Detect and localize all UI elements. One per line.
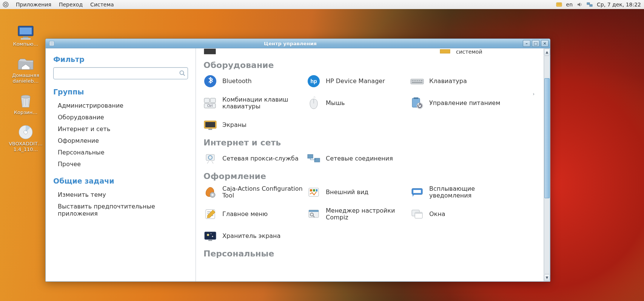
vertical-scrollbar[interactable]: ▲ ▼ xyxy=(544,48,550,281)
sidebar-item-administration[interactable]: Администрирование xyxy=(53,100,188,111)
app-screensaver[interactable]: Хранитель экрана xyxy=(203,228,305,244)
app-appearance[interactable]: Внешний вид xyxy=(307,185,408,200)
svg-rect-26 xyxy=(412,82,422,83)
desktop[interactable]: Компью… Домашняя danieleb… Корзин… VBOXA… xyxy=(0,9,644,301)
svg-rect-6 xyxy=(20,28,32,34)
window-titlebar[interactable]: Центр управления – □ ✕ xyxy=(46,39,550,48)
sidebar-item-internet[interactable]: Интернет и сеть xyxy=(53,123,188,135)
desktop-icon-computer[interactable]: Компью… xyxy=(7,24,45,47)
caja-icon xyxy=(203,185,217,199)
app-caja-actions[interactable]: Caja-Actions Configuration Tool xyxy=(203,185,305,200)
app-displays[interactable]: Экраны xyxy=(203,117,305,133)
category-grid-hardware: Bluetooth hp HP Device Manager Клавиатур… xyxy=(203,74,540,133)
close-button[interactable]: ✕ xyxy=(541,40,548,47)
distro-logo-icon[interactable] xyxy=(2,0,10,9)
network-connections-icon xyxy=(307,152,320,165)
desktop-icon-label: Компью… xyxy=(13,42,38,47)
minimize-button[interactable]: – xyxy=(523,40,530,47)
svg-rect-20 xyxy=(412,80,413,81)
power-icon xyxy=(410,96,424,110)
filter-search-field[interactable] xyxy=(53,67,188,79)
chevron-right-icon: › xyxy=(533,91,535,97)
svg-rect-14 xyxy=(204,49,216,54)
sidebar-item-other[interactable]: Прочее xyxy=(53,158,188,170)
panel-menu-places[interactable]: Переход xyxy=(55,0,86,9)
svg-rect-46 xyxy=(316,189,317,191)
app-main-menu[interactable]: Главное меню xyxy=(203,207,305,222)
scroll-down-button[interactable]: ▼ xyxy=(544,274,550,281)
category-title-network: Интернет и сеть xyxy=(203,138,540,147)
scroll-thumb[interactable] xyxy=(544,78,550,198)
svg-rect-36 xyxy=(208,129,212,130)
sidebar-task-change-theme[interactable]: Изменить тему xyxy=(53,189,188,201)
svg-rect-25 xyxy=(421,80,422,81)
svg-rect-28 xyxy=(210,98,216,103)
network-icon[interactable] xyxy=(586,1,593,8)
notification-icon xyxy=(410,185,424,199)
svg-rect-24 xyxy=(419,80,420,81)
updates-icon[interactable] xyxy=(556,1,562,8)
category-grid-network: Сетевая прокси-служба Сетевые соединения xyxy=(203,151,540,166)
scroll-up-button[interactable]: ▲ xyxy=(544,49,550,56)
svg-rect-55 xyxy=(415,212,422,214)
app-hp-device-manager[interactable]: hp HP Device Manager xyxy=(307,74,408,89)
desktop-icon-trash[interactable]: Корзин… xyxy=(7,93,45,116)
keyboard-layout-indicator[interactable]: en xyxy=(565,2,574,8)
panel-menu-applications[interactable]: Приложения xyxy=(12,0,55,9)
category-title-hardware: Оборудование xyxy=(203,60,540,70)
app-label: Сетевая прокси-служба xyxy=(222,155,299,162)
svg-point-57 xyxy=(207,234,209,236)
app-label: Главное меню xyxy=(222,211,268,218)
svg-rect-32 xyxy=(414,97,418,99)
home-folder-icon xyxy=(16,56,35,72)
control-center-window: Центр управления – □ ✕ Фильтр Группы xyxy=(45,39,550,282)
top-panel: Приложения Переход Система en Ср, 7 дек,… xyxy=(0,0,644,9)
desktop-icon-label: Домашняя danieleb… xyxy=(12,73,39,84)
hp-icon: hp xyxy=(307,74,320,88)
svg-rect-7 xyxy=(23,37,28,38)
svg-point-42 xyxy=(211,194,214,196)
app-label: Комбинации клавиш клавиатуры xyxy=(222,96,305,110)
app-notifications[interactable]: Всплывающие уведомления xyxy=(410,185,512,200)
svg-rect-3 xyxy=(587,3,590,5)
app-label: Всплывающие уведомления xyxy=(429,185,512,199)
app-network-proxy[interactable]: Сетевая прокси-служба xyxy=(203,151,305,166)
scroll-track[interactable] xyxy=(544,56,550,274)
app-label: HP Device Manager xyxy=(326,78,385,85)
sidebar-tasks-heading: Общие задачи xyxy=(53,177,188,185)
screensaver-icon xyxy=(203,229,217,243)
sidebar-item-appearance[interactable]: Оформление xyxy=(53,135,188,147)
app-label: Экраны xyxy=(222,122,247,128)
app-bluetooth[interactable]: Bluetooth xyxy=(203,74,305,89)
app-label: Управление питанием xyxy=(429,100,500,107)
svg-rect-56 xyxy=(205,232,216,239)
search-icon xyxy=(177,70,188,77)
category-title-personal: Персональные xyxy=(203,249,540,258)
desktop-icon-home[interactable]: Домашняя danieleb… xyxy=(7,56,45,84)
app-mouse[interactable]: Мышь xyxy=(307,96,408,111)
app-keyboard[interactable]: Клавиатура xyxy=(410,74,512,89)
desktop-icon-label: VBOXADDIT… 1.4_110… xyxy=(9,141,43,153)
sidebar-item-personal[interactable]: Персональные xyxy=(53,147,188,158)
app-keyboard-shortcuts[interactable]: Ctrl Комбинации клавиш клавиатуры xyxy=(203,96,305,111)
app-compiz[interactable]: Менеджер настройки Compiz xyxy=(307,207,408,222)
category-grid-appearance: Caja-Actions Configuration Tool Внешний … xyxy=(203,185,540,244)
app-network-connections[interactable]: Сетевые соединения xyxy=(307,151,408,166)
clock[interactable]: Ср, 7 дек, 18:22 xyxy=(596,2,642,8)
computer-icon xyxy=(16,24,35,41)
svg-rect-35 xyxy=(205,122,215,127)
desktop-icon-disc[interactable]: VBOXADDIT… 1.4_110… xyxy=(7,124,45,153)
panel-menu-system[interactable]: Система xyxy=(86,0,117,9)
app-label: Bluetooth xyxy=(222,78,252,85)
app-power-management[interactable]: Управление питанием xyxy=(410,96,512,111)
maximize-button[interactable]: □ xyxy=(532,40,539,47)
app-windows[interactable]: Окна xyxy=(410,207,512,222)
svg-point-58 xyxy=(212,236,213,237)
proxy-icon xyxy=(203,152,217,165)
volume-icon[interactable] xyxy=(576,1,583,8)
displays-icon xyxy=(203,118,217,132)
sidebar-task-preferred-apps[interactable]: Выставить предпочтительные приложения xyxy=(53,201,188,219)
windows-icon xyxy=(410,207,424,221)
sidebar-item-hardware[interactable]: Оборудование xyxy=(53,111,188,123)
search-input[interactable] xyxy=(54,68,177,79)
